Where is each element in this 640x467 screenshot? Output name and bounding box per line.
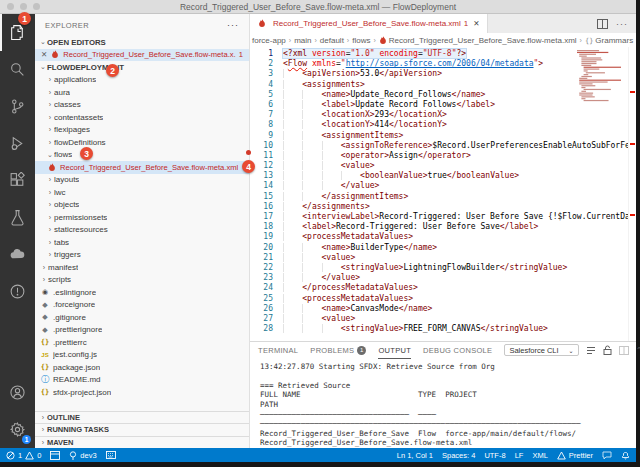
breadcrumb-item[interactable]: force-app bbox=[252, 36, 286, 45]
split-panel-icon[interactable] bbox=[619, 346, 629, 355]
file-.gitignore[interactable]: ◆.gitignore bbox=[35, 311, 249, 324]
chevron-right-icon: › bbox=[46, 76, 54, 83]
folder-staticresources[interactable]: ›staticresources bbox=[35, 224, 249, 237]
chevron-right-icon: › bbox=[46, 101, 54, 108]
open-editor-item[interactable]: ✕ Record_Triggered_User_Before_Save.flow… bbox=[35, 49, 249, 62]
open-editors-section[interactable]: ⌄ OPEN EDITORS bbox=[35, 36, 249, 49]
code-line-14: </value> bbox=[283, 181, 628, 191]
folder-permissionsets[interactable]: ›permissionsets bbox=[35, 211, 249, 224]
folder-aura[interactable]: ›aura bbox=[35, 86, 249, 99]
file-jest.config.js[interactable]: JSjest.config.js bbox=[35, 349, 249, 362]
code-line-19: <processMetadataValues> bbox=[283, 232, 628, 242]
editor-tab[interactable]: Record_Triggered_User_Before_Save.flow-m… bbox=[250, 14, 488, 33]
feedback-icon[interactable] bbox=[602, 451, 612, 460]
settings-icon[interactable]: 1 bbox=[0, 411, 35, 448]
keyboard-status-icon[interactable] bbox=[106, 451, 116, 459]
file-sfdx-project.json[interactable]: {}sfdx-project.json bbox=[35, 386, 249, 399]
language-mode[interactable]: XML bbox=[532, 451, 547, 460]
breadcrumb-item[interactable]: Record_Triggered_User_Before_Save.flow-m… bbox=[379, 36, 577, 45]
folder-classes[interactable]: ›classes bbox=[35, 99, 249, 112]
panel-tab-problems[interactable]: PROBLEMS1 bbox=[310, 342, 366, 359]
notifications-bell-icon[interactable] bbox=[621, 450, 630, 460]
clear-output-icon[interactable] bbox=[586, 346, 596, 355]
folder-manifest[interactable]: ›manifest bbox=[35, 261, 249, 274]
folder-layouts[interactable]: ›layouts bbox=[35, 174, 249, 187]
code-editor[interactable]: 1234567891011121314151617181920212223242… bbox=[250, 47, 636, 341]
explorer-header: EXPLORER ··· bbox=[35, 14, 249, 36]
account-icon[interactable] bbox=[0, 374, 35, 411]
cursor-position[interactable]: Ln 1, Col 1 bbox=[397, 451, 433, 460]
output-channel-select[interactable]: Salesforce CLI ⌄ bbox=[504, 344, 578, 356]
split-editor-icon[interactable] bbox=[597, 19, 608, 29]
readme-info-icon: ⓘ bbox=[40, 374, 50, 385]
file-.prettierrc[interactable]: {}.prettierrc bbox=[35, 336, 249, 349]
folder-applications[interactable]: ›applications bbox=[35, 74, 249, 87]
breadcrumb-item[interactable]: main bbox=[294, 36, 311, 45]
folder-flexipages[interactable]: ›flexipages bbox=[35, 124, 249, 137]
breadcrumb-item[interactable]: flows bbox=[352, 36, 370, 45]
close-tab-icon[interactable]: ✕ bbox=[473, 19, 479, 28]
breadcrumb-item[interactable]: default bbox=[320, 36, 344, 45]
chevron-down-icon: ⌄ bbox=[39, 63, 47, 71]
folder-objects[interactable]: ›objects bbox=[35, 199, 249, 212]
folder-contentassets[interactable]: ›contentassets bbox=[35, 111, 249, 124]
search-icon[interactable] bbox=[0, 51, 35, 88]
folder-tabs[interactable]: ›tabs bbox=[35, 236, 249, 249]
project-root-folder[interactable]: ⌄ FLOWDEPLOYMENT bbox=[35, 61, 249, 74]
default-org-status[interactable]: dev3 bbox=[69, 451, 96, 460]
problems-status[interactable]: 1 0 bbox=[6, 451, 41, 460]
callout-1: 1 bbox=[18, 12, 31, 25]
lock-scroll-icon[interactable] bbox=[603, 345, 612, 355]
extensions-icon[interactable] bbox=[0, 162, 35, 199]
section-running-tasks[interactable]: ›RUNNING TASKS bbox=[35, 423, 249, 436]
panel-tab-terminal[interactable]: TERMINAL bbox=[258, 342, 298, 359]
formatter-status[interactable]: Prettier bbox=[557, 451, 593, 460]
json-file-icon: {} bbox=[40, 388, 50, 396]
code-line-21: <value> bbox=[283, 253, 628, 263]
eol-sequence[interactable]: LF bbox=[515, 451, 524, 460]
code-line-25: <processMetadataValues> bbox=[283, 294, 628, 304]
code-line-8: <locationY>414</locationY> bbox=[283, 120, 628, 130]
editor-indent-status-icon[interactable] bbox=[50, 451, 60, 460]
callout-3: 3 bbox=[80, 147, 93, 160]
org-browser-icon[interactable] bbox=[0, 236, 35, 273]
code-line-20: <name>BuilderType</name> bbox=[283, 243, 628, 253]
folder-triggers[interactable]: ›triggers bbox=[35, 249, 249, 262]
encoding[interactable]: UTF-8 bbox=[484, 451, 505, 460]
folder-scripts[interactable]: ›scripts bbox=[35, 274, 249, 287]
close-icon[interactable]: ✕ bbox=[41, 50, 47, 59]
window-title: Record_Triggered_User_Before_Save.flow-m… bbox=[0, 2, 636, 12]
panel-tab-debug-console[interactable]: DEBUG CONSOLE bbox=[423, 342, 492, 359]
more-actions-icon[interactable]: ··· bbox=[616, 19, 628, 29]
folder-flows[interactable]: ⌄flows bbox=[35, 149, 249, 162]
folder-flowDefinitions[interactable]: ›flowDefinitions bbox=[35, 136, 249, 149]
output-log: 13:42:27.870 Starting SFDX: Retrieve Sou… bbox=[250, 359, 636, 448]
flow-file-icon bbox=[257, 19, 267, 28]
source-control-icon[interactable] bbox=[0, 88, 35, 125]
file-README.md[interactable]: ⓘREADME.md bbox=[35, 374, 249, 387]
minimap[interactable] bbox=[577, 50, 623, 104]
chevron-right-icon: › bbox=[46, 226, 54, 233]
code-line-22: <stringValue>LightningFlowBuilder</strin… bbox=[283, 263, 628, 273]
section-maven[interactable]: ›MAVEN bbox=[35, 436, 249, 449]
status-bar: 1 0 dev3 Ln 1, Col 1 Spaces: 4 UTF-8 LF … bbox=[0, 448, 636, 462]
sidebar-bottom-sections: ›OUTLINE›RUNNING TASKS›MAVEN bbox=[35, 411, 249, 449]
test-icon[interactable] bbox=[0, 199, 35, 236]
org-differences-icon[interactable] bbox=[0, 273, 35, 310]
panel-tab-output[interactable]: OUTPUT bbox=[378, 342, 411, 359]
file-.forceignore[interactable]: ◆.forceignore bbox=[35, 299, 249, 312]
code-line-28: <stringValue>FREE_FORM_CANVAS</stringVal… bbox=[283, 324, 628, 334]
chevron-right-icon: › bbox=[46, 114, 54, 121]
breadcrumb-item[interactable]: {}Grammars bbox=[585, 36, 633, 45]
file-package.json[interactable]: {}package.json bbox=[35, 361, 249, 374]
folder-lwc[interactable]: ›lwc bbox=[35, 186, 249, 199]
file-.prettierignore[interactable]: ◆.prettierignore bbox=[35, 324, 249, 337]
section-outline[interactable]: ›OUTLINE bbox=[35, 411, 249, 424]
run-debug-icon[interactable] bbox=[0, 125, 35, 162]
indentation[interactable]: Spaces: 4 bbox=[442, 451, 475, 460]
file-.eslintignore[interactable]: ◉.eslintignore bbox=[35, 286, 249, 299]
file-Record_Triggered_User_Before_Save.flow-meta.xml[interactable]: Record_Triggered_User_Before_Save.flow-m… bbox=[35, 161, 249, 174]
explorer-actions-icon[interactable]: ··· bbox=[227, 20, 239, 30]
maximize-panel-icon[interactable]: ⌃ bbox=[636, 346, 640, 355]
code-line-13: <booleanValue>true</booleanValue> bbox=[283, 171, 628, 181]
